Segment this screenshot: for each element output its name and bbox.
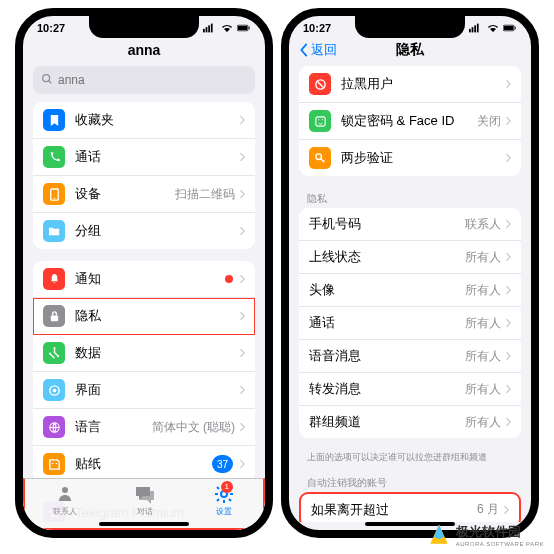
- row-label: 隐私: [75, 307, 239, 325]
- svg-rect-0: [203, 29, 205, 33]
- svg-point-12: [57, 355, 59, 357]
- tab-chats[interactable]: 对话: [134, 483, 156, 517]
- search-field[interactable]: [33, 66, 255, 94]
- row-label: 锁定密码 & Face ID: [341, 112, 477, 130]
- svg-rect-1: [206, 27, 208, 32]
- row-label: 通话: [75, 148, 239, 166]
- settings-row[interactable]: 群组频道所有人: [299, 406, 521, 438]
- settings-row[interactable]: 头像所有人: [299, 274, 521, 307]
- settings-row[interactable]: 隐私: [33, 298, 255, 335]
- chevron-right-icon: [505, 112, 511, 130]
- settings-row[interactable]: 通话所有人: [299, 307, 521, 340]
- row-label: 贴纸: [75, 455, 212, 473]
- chevron-right-icon: [239, 270, 245, 288]
- svg-rect-23: [469, 29, 471, 33]
- phone-icon: [43, 146, 65, 168]
- settings-row[interactable]: 语音消息所有人: [299, 340, 521, 373]
- search-input[interactable]: [58, 73, 247, 87]
- settings-row[interactable]: 如果离开超过6 月: [301, 494, 519, 522]
- chevron-right-icon: [503, 501, 509, 519]
- lang-icon: [43, 416, 65, 438]
- row-label: 上线状态: [309, 248, 465, 266]
- chevron-right-icon: [239, 418, 245, 436]
- section-header: 自动注销我的账号: [289, 472, 531, 492]
- settings-row[interactable]: 数据: [33, 335, 255, 372]
- row-label: 拉黑用户: [341, 75, 505, 93]
- settings-row[interactable]: 贴纸37: [33, 446, 255, 482]
- settings-row[interactable]: 转发消息所有人: [299, 373, 521, 406]
- badge: 37: [212, 455, 233, 473]
- svg-point-17: [51, 462, 52, 463]
- svg-rect-26: [477, 24, 479, 33]
- settings-row[interactable]: 两步验证: [299, 140, 521, 176]
- svg-point-7: [43, 75, 50, 82]
- settings-row[interactable]: 收藏夹: [33, 102, 255, 139]
- svg-point-21: [62, 487, 68, 493]
- chevron-right-icon: [239, 307, 245, 325]
- svg-rect-25: [474, 25, 476, 32]
- settings-row[interactable]: 通话: [33, 139, 255, 176]
- chevron-right-icon: [505, 248, 511, 266]
- row-label: 设备: [75, 185, 175, 203]
- svg-point-33: [321, 119, 322, 120]
- nav-bar: 返回 隐私: [289, 36, 531, 66]
- chevron-right-icon: [505, 75, 511, 93]
- tab-settings[interactable]: 设置1: [213, 483, 235, 517]
- settings-row[interactable]: 通知: [33, 261, 255, 298]
- phone-left: 10:27 anna收藏夹通话设备扫描二维码分组通知隐私数据界面语言简体中文 (…: [15, 8, 273, 538]
- chevron-right-icon: [239, 111, 245, 129]
- svg-point-11: [53, 347, 55, 349]
- logo-icon: [426, 522, 452, 548]
- row-label: 语言: [75, 418, 152, 436]
- row-value: 所有人: [465, 381, 501, 398]
- status-time: 10:27: [303, 22, 331, 34]
- settings-row[interactable]: 界面: [33, 372, 255, 409]
- svg-rect-5: [238, 26, 248, 30]
- row-label: 收藏夹: [75, 111, 239, 129]
- settings-row[interactable]: 语言简体中文 (聪聪): [33, 409, 255, 446]
- notch: [89, 16, 199, 38]
- block-icon: [309, 73, 331, 95]
- settings-row[interactable]: 设备扫描二维码: [33, 176, 255, 213]
- svg-rect-6: [249, 27, 250, 30]
- settings-row[interactable]: 分组: [33, 213, 255, 249]
- settings-group: 拉黑用户锁定密码 & Face ID关闭两步验证: [299, 66, 521, 176]
- nav-bar: anna: [23, 36, 265, 66]
- settings-scroll[interactable]: anna收藏夹通话设备扫描二维码分组通知隐私数据界面语言简体中文 (聪聪)贴纸3…: [23, 36, 265, 522]
- settings-row[interactable]: 手机号码联系人: [299, 208, 521, 241]
- privacy-scroll[interactable]: 拉黑用户锁定密码 & Face ID关闭两步验证隐私手机号码联系人上线状态所有人…: [289, 66, 531, 522]
- nav-title: anna: [128, 42, 161, 58]
- folder-icon: [43, 220, 65, 242]
- row-value: 所有人: [465, 282, 501, 299]
- settings-row[interactable]: 拉黑用户: [299, 66, 521, 103]
- row-label: 通话: [309, 314, 465, 332]
- settings-row[interactable]: 锁定密码 & Face ID关闭: [299, 103, 521, 140]
- status-indicators: [469, 22, 517, 34]
- chevron-right-icon: [239, 344, 245, 362]
- row-label: 数据: [75, 344, 239, 362]
- section-footer: 上面的选项可以决定谁可以拉您进群组和频道: [289, 450, 531, 472]
- data-icon: [43, 342, 65, 364]
- row-value: 6 月: [477, 501, 499, 518]
- svg-point-32: [318, 119, 319, 120]
- nav-title: 隐私: [396, 41, 424, 59]
- back-label: 返回: [311, 41, 337, 59]
- row-value: 所有人: [465, 315, 501, 332]
- row-label: 头像: [309, 281, 465, 299]
- svg-point-13: [48, 352, 50, 354]
- tab-contact[interactable]: 联系人: [53, 483, 77, 517]
- svg-rect-28: [504, 26, 514, 30]
- chevron-right-icon: [239, 455, 245, 473]
- chevron-right-icon: [239, 185, 245, 203]
- svg-rect-10: [50, 315, 57, 321]
- settings-row[interactable]: 上线状态所有人: [299, 241, 521, 274]
- chevron-right-icon: [239, 222, 245, 240]
- chevron-right-icon: [239, 148, 245, 166]
- sticker-icon: [43, 453, 65, 475]
- row-label: 分组: [75, 222, 239, 240]
- chevron-right-icon: [505, 215, 511, 233]
- badge: [225, 275, 233, 283]
- row-value: 联系人: [465, 216, 501, 233]
- back-button[interactable]: 返回: [299, 41, 337, 59]
- chevron-right-icon: [505, 347, 511, 365]
